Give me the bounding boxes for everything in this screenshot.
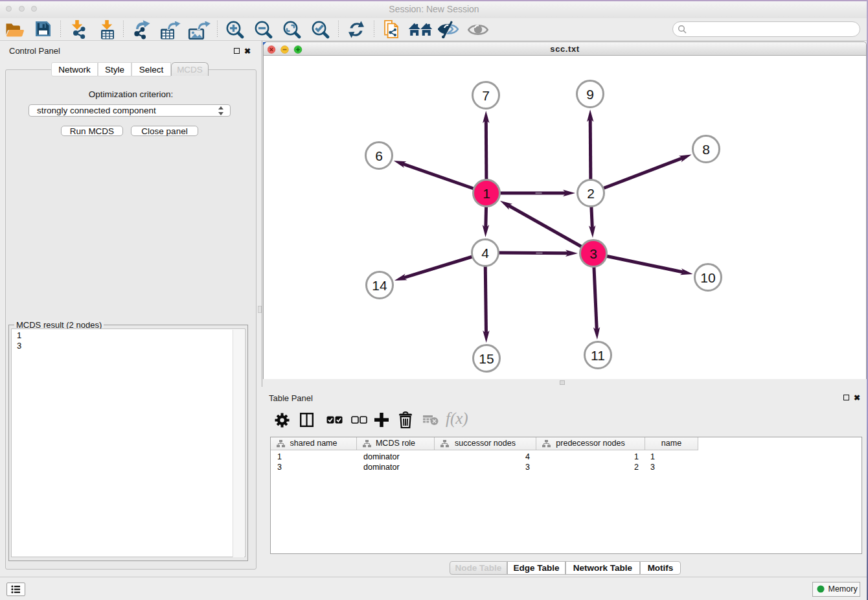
svg-text:3: 3 [589,246,597,261]
svg-text:14: 14 [372,278,387,293]
svg-text:9: 9 [586,87,594,102]
svg-text:8: 8 [702,142,710,157]
svg-text:15: 15 [479,351,494,366]
svg-text:7: 7 [482,88,490,103]
svg-text:10: 10 [700,270,715,285]
svg-text:4: 4 [481,246,489,260]
svg-text:11: 11 [591,348,605,363]
svg-text:1: 1 [483,186,490,201]
svg-text:2: 2 [587,186,595,201]
svg-text:6: 6 [375,148,383,163]
